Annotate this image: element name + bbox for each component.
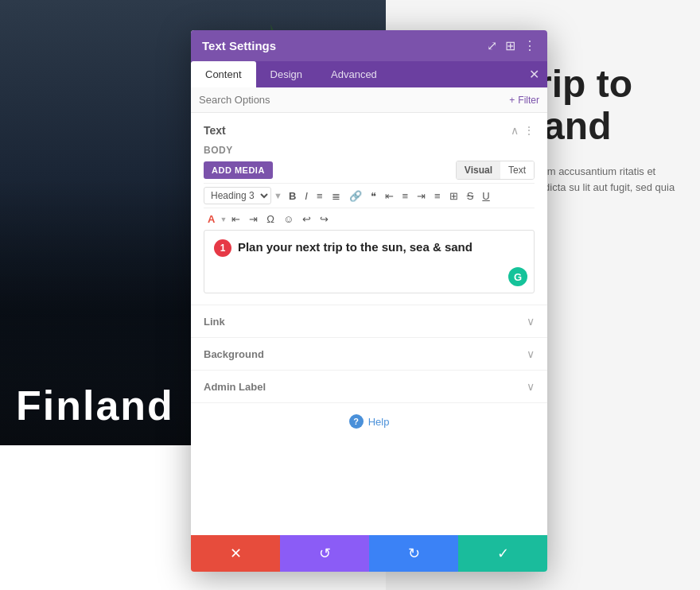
text-mode-button[interactable]: Text [500,161,534,179]
unordered-list-button[interactable]: ≡ [313,188,327,204]
header-icons: ⤢ ⊞ ⋮ [487,38,536,53]
modal-close-icon[interactable]: ✕ [529,67,539,82]
visual-mode-button[interactable]: Visual [457,161,500,179]
finland-label: Finland [16,382,174,429]
tab-advanced[interactable]: Advanced [317,61,391,87]
admin-label-section-title: Admin Label [204,381,266,393]
collapse-icon[interactable]: ∧ [511,124,519,137]
section-toggle: ∧ ⋮ [511,124,535,137]
indent-decrease-button[interactable]: ⇤ [228,211,244,227]
special-char-button[interactable]: Ω [262,211,278,227]
admin-label-section-header[interactable]: Admin Label ∨ [204,380,535,393]
search-bar: + Filter [191,87,547,113]
filter-plus-icon: + [509,95,515,106]
admin-label-chevron-icon: ∨ [527,380,535,393]
heading-select[interactable]: Heading 3 [204,187,271,204]
text-settings-modal: Text Settings ⤢ ⊞ ⋮ Content Design Advan… [191,30,547,572]
help-label[interactable]: Help [368,416,390,428]
add-media-button[interactable]: ADD MEDIA [204,161,273,179]
action-bar: ✕ ↺ ↻ ✓ [191,535,547,572]
filter-label: Filter [518,95,539,106]
editor-area[interactable]: 1 Plan your next trip to the sun, sea & … [204,230,535,293]
background-chevron-icon: ∨ [527,347,535,360]
link-section-title: Link [204,316,225,328]
table-button[interactable]: ⊞ [445,188,462,204]
body-label: Body [204,145,535,156]
step-badge: 1 [214,239,231,257]
visual-text-toggle: Visual Text [456,161,535,180]
background-section: Background ∨ [191,337,547,370]
ordered-list-button[interactable]: ≣ [328,188,344,204]
align-justify-button[interactable]: ≡ [430,188,445,204]
help-icon[interactable]: ? [349,414,364,429]
format-toolbar-row2: A ▼ ⇤ ⇥ Ω ☺ ↩ ↪ [204,208,535,230]
link-button[interactable]: 🔗 [345,188,366,204]
section-more-icon[interactable]: ⋮ [523,124,535,137]
help-section: ? Help [191,402,547,440]
grammarly-icon: G [508,267,527,286]
redo-button[interactable]: ↻ [369,535,458,572]
modal-spacer [191,440,547,535]
tab-content[interactable]: Content [191,61,256,87]
emoji-button[interactable]: ☺ [279,211,298,227]
search-input[interactable] [199,94,509,106]
undo-button[interactable]: ↺ [280,535,369,572]
redo-format-button[interactable]: ↪ [316,211,332,227]
link-section: Link ∨ [191,305,547,337]
underline-button[interactable]: U [478,188,493,204]
text-color-button[interactable]: A [204,211,219,227]
modal-title: Text Settings [202,39,480,52]
fullscreen-icon[interactable]: ⤢ [487,38,497,53]
blockquote-button[interactable]: ❝ [367,188,380,204]
italic-button[interactable]: I [301,188,312,204]
text-section-header: Text ∧ ⋮ [204,124,535,137]
bold-button[interactable]: B [285,188,300,204]
more-options-icon[interactable]: ⋮ [523,38,536,53]
strikethrough-button[interactable]: S [463,188,478,204]
format-toolbar-row1: Heading 3 ▼ B I ≡ ≣ 🔗 ❝ ⇤ ≡ ⇥ ≡ ⊞ S U [204,183,535,208]
text-section-title: Text [204,124,226,137]
indent-increase-button[interactable]: ⇥ [245,211,262,227]
background-section-header[interactable]: Background ∨ [204,347,535,360]
link-chevron-icon: ∨ [527,315,535,328]
undo-format-button[interactable]: ↩ [298,211,315,227]
align-left-button[interactable]: ⇤ [381,188,398,204]
link-section-header[interactable]: Link ∨ [204,315,535,328]
tab-design[interactable]: Design [256,61,317,87]
align-right-button[interactable]: ⇥ [413,188,430,204]
filter-button[interactable]: + Filter [509,95,539,106]
tab-bar: Content Design Advanced ✕ [191,61,547,87]
background-section-title: Background [204,348,264,360]
editor-toolbar-row1: ADD MEDIA Visual Text [204,161,535,180]
cancel-button[interactable]: ✕ [191,535,280,572]
editor-content[interactable]: Plan your next trip to the sun, sea & sa… [238,240,472,254]
admin-label-section: Admin Label ∨ [191,370,547,402]
columns-icon[interactable]: ⊞ [505,38,515,53]
save-button[interactable]: ✓ [458,535,547,572]
align-center-button[interactable]: ≡ [399,188,413,204]
modal-header: Text Settings ⤢ ⊞ ⋮ [191,30,547,61]
modal-body: Text ∧ ⋮ Body ADD MEDIA Visual Text Head… [191,113,547,305]
